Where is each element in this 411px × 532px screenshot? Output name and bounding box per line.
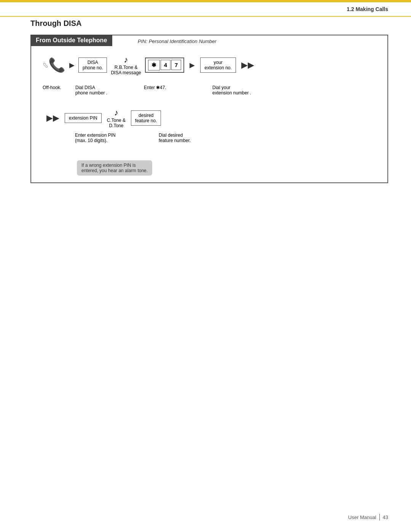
disa-message-label: DISA message	[111, 70, 141, 75]
note-box: If a wrong extension PIN is entered, you…	[77, 160, 152, 176]
row4-labels: Enter extension PIN (max. 10 digits). Di…	[43, 133, 380, 143]
pin-label: PIN: Personal Identification Number	[138, 38, 217, 44]
ext-pin-box: extension PIN	[65, 113, 102, 123]
note-text1: If a wrong extension PIN is	[81, 163, 148, 168]
d-tone-label: D.Tone	[109, 123, 123, 128]
row2-labels: Off-hook. Dial DISA phone number . Enter…	[43, 85, 380, 96]
key-7: 7	[171, 60, 181, 70]
row1: 📞 ▶ DISA phone no. ♪ R.B.Tone & DISA mes…	[43, 54, 380, 75]
ctone-group: ♪ C.Tone & D.Tone	[107, 108, 126, 128]
disa-box-line2: phone no.	[83, 65, 103, 70]
music-note-2: ♪	[114, 108, 118, 118]
disa-box: DISA phone no.	[78, 58, 107, 73]
desired-box-line2: feature no.	[135, 118, 157, 123]
diagram-header-label: From Outside Telephone	[30, 35, 112, 46]
desired-box-line1: desired	[135, 113, 157, 118]
footer-page: 43	[383, 514, 388, 520]
key-star: ✱	[148, 60, 160, 70]
section-header: 1.2 Making Calls	[347, 2, 388, 16]
note-text2: entered, you hear an alarm tone.	[81, 168, 148, 173]
disa-box-line1: DISA	[83, 60, 103, 65]
label-enter-pin: Enter extension PIN (max. 10 digits).	[75, 133, 128, 143]
ext-box-line1: your	[204, 60, 231, 65]
section-main-title: Through DISA	[30, 19, 388, 28]
key-4: 4	[161, 60, 170, 70]
label-dial-desired: Dial desired feature number.	[159, 133, 191, 143]
double-arrow-1: ▶▶	[241, 60, 254, 70]
footer-label: User Manual	[348, 514, 376, 520]
diagram-box: From Outside Telephone PIN: Personal Ide…	[30, 35, 388, 183]
ext-box: your extension no.	[200, 58, 236, 73]
ext-box-line2: extension no.	[204, 65, 231, 70]
phone-icon: 📞	[43, 54, 65, 75]
row3: ▶▶ extension PIN ♪ C.Tone & D.Tone desir…	[43, 108, 380, 128]
footer: User Manual 43	[348, 514, 388, 521]
double-arrow-2: ▶▶	[46, 113, 59, 123]
arrow2: ▶	[190, 61, 195, 69]
rb-tone-label: R.B.Tone &	[115, 65, 138, 70]
label-dialext: Dial your extension number .	[212, 85, 251, 96]
rb-tone-group: ♪ R.B.Tone & DISA message	[111, 55, 141, 75]
label-offhook: Off-hook.	[43, 85, 73, 90]
key-group: ✱ 4 7	[145, 58, 185, 73]
arrow1: ▶	[69, 61, 75, 69]
label-enter47: Enter ✱47.	[144, 85, 190, 90]
section-title-text: 1.2 Making Calls	[347, 6, 388, 12]
music-note-1: ♪	[124, 55, 128, 65]
page-content: Through DISA From Outside Telephone PIN:…	[30, 19, 388, 183]
header-rule	[0, 16, 411, 17]
footer-divider	[379, 514, 380, 521]
c-tone-label: C.Tone &	[107, 118, 126, 123]
label-dialdisa: Dial DISA phone number .	[75, 85, 121, 96]
desired-box: desired feature no.	[131, 110, 161, 126]
phone-symbol: 📞	[48, 58, 65, 72]
